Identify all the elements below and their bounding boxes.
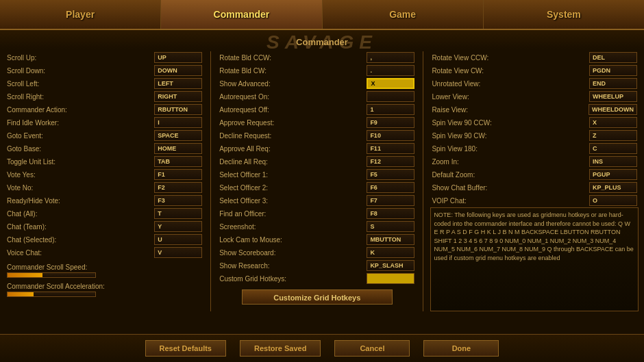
key-binding[interactable]: F9: [367, 117, 414, 128]
key-binding[interactable]: F5: [367, 169, 414, 180]
table-row: Decline All Req: F12: [218, 155, 416, 168]
key-binding[interactable]: F10: [367, 130, 414, 141]
table-row: Scroll Left: LEFT: [5, 77, 203, 90]
key-binding[interactable]: O: [589, 195, 637, 206]
scroll-accel-row: Commander Scroll Acceleration:: [5, 281, 203, 298]
customize-grid-hotkeys-button[interactable]: Customize Grid Hotkeys: [242, 289, 393, 305]
scroll-speed-slider[interactable]: [7, 272, 96, 278]
table-row: Show Research: KP_SLASH: [218, 259, 416, 272]
scroll-speed-row: Commander Scroll Speed:: [5, 262, 203, 279]
key-binding[interactable]: I: [154, 117, 202, 128]
table-row: Chat (Team): Y: [5, 220, 203, 233]
tab-game[interactable]: Game: [323, 0, 484, 29]
key-binding[interactable]: [367, 91, 414, 102]
cancel-button[interactable]: Cancel: [334, 340, 410, 357]
key-binding[interactable]: WHEELUP: [589, 91, 637, 102]
key-binding[interactable]: KP_SLASH: [367, 260, 414, 271]
table-row: Rotate View CW: PGDN: [430, 64, 639, 77]
footer: Reset Defaults Restore Saved Cancel Done: [0, 334, 644, 362]
key-binding[interactable]: WHEELDOWN: [589, 104, 637, 115]
restore-saved-button[interactable]: Restore Saved: [240, 340, 321, 357]
table-row: Decline Request: F10: [218, 129, 416, 142]
table-row: Select Officer 3: F7: [218, 194, 416, 207]
scroll-accel-slider[interactable]: [7, 292, 96, 297]
key-binding[interactable]: F8: [367, 208, 414, 219]
key-binding[interactable]: Y: [154, 221, 202, 232]
key-binding[interactable]: LEFT: [154, 78, 202, 89]
scroll-speed-label: Commander Scroll Speed:: [7, 263, 202, 271]
key-binding[interactable]: F7: [367, 195, 414, 206]
table-row: Show Advanced: X: [218, 77, 416, 90]
col3: Rotate View CCW: DEL Rotate View CW: PGD…: [430, 51, 639, 311]
key-binding[interactable]: INS: [589, 156, 637, 167]
tab-player[interactable]: Player: [0, 0, 161, 29]
key-binding[interactable]: X: [589, 117, 637, 128]
key-binding[interactable]: HOME: [154, 143, 202, 154]
table-row: Find an Officer: F8: [218, 207, 416, 220]
key-binding[interactable]: MBUTTON: [367, 234, 414, 245]
table-row: Voice Chat: V: [5, 246, 203, 259]
key-binding[interactable]: F2: [154, 182, 202, 193]
note-box: NOTE: The following keys are used as gri…: [430, 207, 639, 311]
table-row: Autorequest On:: [218, 90, 416, 103]
done-button[interactable]: Done: [423, 340, 499, 357]
table-row: Custom Grid Hotkeys:: [218, 272, 416, 285]
table-row: Approve Request: F9: [218, 116, 416, 129]
table-row: Lower View: WHEELUP: [430, 90, 639, 103]
key-binding[interactable]: UP: [154, 52, 202, 63]
key-binding[interactable]: .: [367, 65, 414, 76]
table-row: Scroll Right: RIGHT: [5, 90, 203, 103]
table-row: Rotate Bld CW: .: [218, 64, 416, 77]
table-row: Vote Yes: F1: [5, 168, 203, 181]
table-row: Goto Base: HOME: [5, 142, 203, 155]
table-row: Vote No: F2: [5, 181, 203, 194]
key-binding[interactable]: F1: [154, 169, 202, 180]
key-binding[interactable]: C: [589, 143, 637, 154]
key-binding[interactable]: F12: [367, 156, 414, 167]
key-binding[interactable]: V: [154, 247, 202, 258]
key-binding[interactable]: Z: [589, 130, 637, 141]
key-binding[interactable]: F3: [154, 195, 202, 206]
key-binding[interactable]: K: [367, 247, 414, 258]
tab-system[interactable]: System: [484, 0, 644, 29]
col1: Scroll Up: UP Scroll Down: DOWN Scroll L…: [5, 51, 203, 311]
key-binding-empty[interactable]: [367, 273, 414, 284]
key-binding[interactable]: U: [154, 234, 202, 245]
key-binding[interactable]: KP_PLUS: [589, 182, 637, 193]
key-binding[interactable]: F6: [367, 182, 414, 193]
table-row: Select Officer 2: F6: [218, 181, 416, 194]
table-row: Default Zoom: PGUP: [430, 168, 639, 181]
table-row: Chat (Selected): U: [5, 233, 203, 246]
table-row: Toggle Unit List: TAB: [5, 155, 203, 168]
col-separator-2: [423, 51, 423, 311]
table-row: Spin View 90 CCW: X: [430, 116, 639, 129]
key-binding-highlighted[interactable]: X: [367, 78, 414, 89]
key-binding[interactable]: RIGHT: [154, 91, 202, 102]
top-nav: Player Commander Game System: [0, 0, 644, 30]
key-binding[interactable]: DEL: [589, 52, 637, 63]
key-binding[interactable]: TAB: [154, 156, 202, 167]
content-area: Scroll Up: UP Scroll Down: DOWN Scroll L…: [0, 49, 644, 314]
page-title: Commander: [0, 34, 644, 47]
key-binding[interactable]: S: [367, 221, 414, 232]
key-binding[interactable]: DOWN: [154, 65, 202, 76]
key-binding[interactable]: END: [589, 78, 637, 89]
key-binding[interactable]: F11: [367, 143, 414, 154]
table-row: Spin View 180: C: [430, 142, 639, 155]
key-binding[interactable]: PGUP: [589, 169, 637, 180]
table-row: Commander Action: RBUTTON: [5, 103, 203, 116]
note-text: NOTE: The following keys are used as gri…: [434, 211, 633, 261]
table-row: Spin View 90 CW: Z: [430, 129, 639, 142]
table-row: Scroll Down: DOWN: [5, 64, 203, 77]
key-binding[interactable]: PGDN: [589, 65, 637, 76]
key-binding[interactable]: SPACE: [154, 130, 202, 141]
key-binding[interactable]: T: [154, 208, 202, 219]
table-row: Show Chat Buffer: KP_PLUS: [430, 181, 639, 194]
table-row: Approve All Req: F11: [218, 142, 416, 155]
tab-commander[interactable]: Commander: [161, 0, 322, 29]
table-row: Lock Cam to Mouse: MBUTTON: [218, 233, 416, 246]
reset-defaults-button[interactable]: Reset Defaults: [145, 340, 226, 357]
key-binding[interactable]: 1: [367, 104, 414, 115]
key-binding[interactable]: ,: [367, 52, 414, 63]
key-binding[interactable]: RBUTTON: [154, 104, 202, 115]
